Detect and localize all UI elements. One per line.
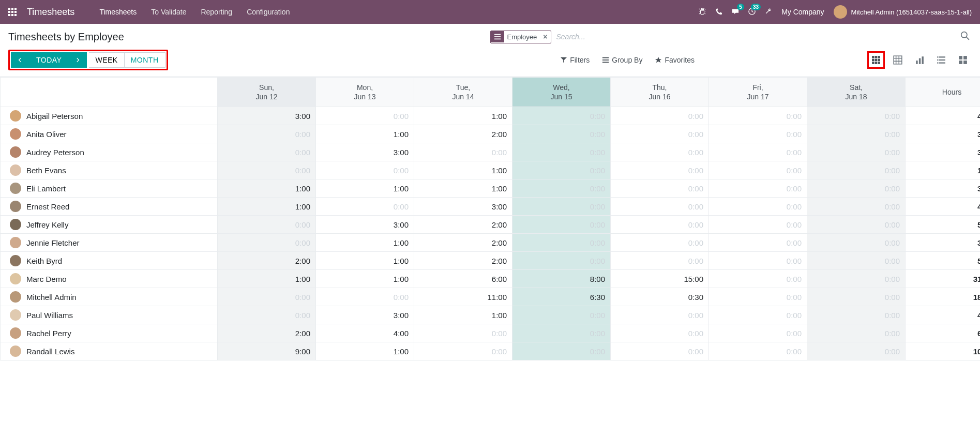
time-cell[interactable]: 0:00	[611, 198, 709, 216]
time-cell[interactable]: 3:00	[316, 306, 414, 324]
nav-reporting[interactable]: Reporting	[201, 8, 232, 16]
time-cell[interactable]: 0:00	[709, 342, 807, 360]
time-cell[interactable]: 0:00	[611, 161, 709, 179]
time-cell[interactable]: 0:00	[709, 161, 807, 179]
time-cell[interactable]: 1:00	[414, 306, 512, 324]
time-cell[interactable]: 2:00	[414, 125, 512, 143]
row-label-cell[interactable]: Mitchell Admin	[1, 288, 218, 306]
view-list-icon[interactable]	[932, 51, 950, 69]
time-cell[interactable]: 0:00	[414, 324, 512, 342]
time-cell[interactable]: 0:00	[709, 125, 807, 143]
time-cell[interactable]: 2:00	[414, 234, 512, 252]
view-grid-icon[interactable]	[867, 51, 885, 69]
scale-month-button[interactable]: MONTH	[125, 52, 165, 68]
time-cell[interactable]: 0:00	[414, 342, 512, 360]
time-cell[interactable]: 0:00	[512, 161, 611, 179]
user-menu[interactable]: Mitchell Admin (16514037-saas-15-1-all)	[834, 5, 972, 19]
time-cell[interactable]: 11:00	[414, 288, 512, 306]
time-cell[interactable]: 0:00	[709, 252, 807, 270]
time-cell[interactable]: 0:00	[709, 324, 807, 342]
time-cell[interactable]: 1:00	[316, 252, 414, 270]
time-cell[interactable]: 0:00	[807, 270, 906, 288]
time-cell[interactable]: 6:30	[512, 288, 611, 306]
row-label-cell[interactable]: Audrey Peterson	[1, 143, 218, 161]
favorites-button[interactable]: Favorites	[655, 56, 695, 64]
time-cell[interactable]: 0:00	[512, 143, 611, 161]
messaging-icon[interactable]: 5	[732, 8, 739, 17]
time-cell[interactable]: 2:00	[414, 216, 512, 234]
time-cell[interactable]: 0:00	[807, 234, 906, 252]
time-cell[interactable]: 1:00	[414, 179, 512, 198]
time-cell[interactable]: 0:00	[316, 198, 414, 216]
time-cell[interactable]: 0:00	[512, 125, 611, 143]
search-input[interactable]	[554, 31, 956, 43]
phone-icon[interactable]	[715, 8, 722, 17]
view-graph-icon[interactable]	[911, 51, 928, 69]
time-cell[interactable]: 0:00	[807, 125, 906, 143]
time-cell[interactable]: 0:00	[709, 306, 807, 324]
time-cell[interactable]: 0:00	[512, 342, 611, 360]
time-cell[interactable]: 0:00	[611, 179, 709, 198]
time-cell[interactable]: 0:00	[218, 288, 316, 306]
time-cell[interactable]: 0:00	[218, 306, 316, 324]
time-cell[interactable]: 1:00	[414, 161, 512, 179]
time-cell[interactable]: 0:00	[807, 179, 906, 198]
row-label-cell[interactable]: Jeffrey Kelly	[1, 216, 218, 234]
time-cell[interactable]: 0:00	[611, 143, 709, 161]
time-cell[interactable]: 1:00	[414, 107, 512, 125]
time-cell[interactable]: 0:00	[218, 161, 316, 179]
next-button[interactable]	[68, 52, 87, 68]
time-cell[interactable]: 0:00	[218, 216, 316, 234]
nav-timesheets[interactable]: Timesheets	[99, 8, 137, 16]
scale-week-button[interactable]: WEEK	[89, 52, 124, 68]
row-label-cell[interactable]: Ernest Reed	[1, 198, 218, 216]
time-cell[interactable]: 0:00	[709, 143, 807, 161]
row-label-cell[interactable]: Randall Lewis	[1, 342, 218, 360]
time-cell[interactable]: 0:00	[611, 306, 709, 324]
time-cell[interactable]: 1:00	[218, 198, 316, 216]
time-cell[interactable]: 0:00	[611, 342, 709, 360]
nav-to-validate[interactable]: To Validate	[151, 8, 186, 16]
row-label-cell[interactable]: Abigail Peterson	[1, 107, 218, 125]
time-cell[interactable]: 0:00	[512, 107, 611, 125]
time-cell[interactable]: 0:00	[611, 252, 709, 270]
time-cell[interactable]: 0:00	[316, 161, 414, 179]
facet-remove-icon[interactable]: ×	[540, 33, 550, 41]
row-label-cell[interactable]: Keith Byrd	[1, 252, 218, 270]
time-cell[interactable]: 3:00	[316, 143, 414, 161]
time-cell[interactable]: 0:00	[218, 234, 316, 252]
time-cell[interactable]: 0:00	[611, 234, 709, 252]
time-cell[interactable]: 1:00	[316, 342, 414, 360]
time-cell[interactable]: 0:00	[512, 198, 611, 216]
time-cell[interactable]: 0:00	[611, 324, 709, 342]
wrench-icon[interactable]	[765, 8, 772, 17]
time-cell[interactable]: 0:00	[512, 216, 611, 234]
time-cell[interactable]: 4:00	[316, 324, 414, 342]
time-cell[interactable]: 0:00	[709, 216, 807, 234]
time-cell[interactable]: 0:00	[512, 179, 611, 198]
time-cell[interactable]: 0:30	[611, 288, 709, 306]
time-cell[interactable]: 0:00	[512, 324, 611, 342]
time-cell[interactable]: 0:00	[807, 107, 906, 125]
nav-configuration[interactable]: Configuration	[247, 8, 290, 16]
app-brand[interactable]: Timesheets	[27, 7, 74, 18]
filters-button[interactable]: Filters	[560, 56, 590, 64]
time-cell[interactable]: 0:00	[611, 216, 709, 234]
time-cell[interactable]: 0:00	[709, 107, 807, 125]
time-cell[interactable]: 0:00	[512, 306, 611, 324]
row-label-cell[interactable]: Beth Evans	[1, 161, 218, 179]
row-label-cell[interactable]: Anita Oliver	[1, 125, 218, 143]
time-cell[interactable]: 0:00	[512, 234, 611, 252]
time-cell[interactable]: 2:00	[218, 324, 316, 342]
time-cell[interactable]: 0:00	[611, 107, 709, 125]
time-cell[interactable]: 3:00	[218, 107, 316, 125]
view-pivot-icon[interactable]	[889, 51, 907, 69]
search-icon[interactable]	[958, 29, 972, 44]
time-cell[interactable]: 0:00	[709, 198, 807, 216]
time-cell[interactable]: 1:00	[316, 179, 414, 198]
time-cell[interactable]: 0:00	[807, 198, 906, 216]
row-label-cell[interactable]: Rachel Perry	[1, 324, 218, 342]
time-cell[interactable]: 0:00	[218, 125, 316, 143]
time-cell[interactable]: 0:00	[807, 216, 906, 234]
time-cell[interactable]: 0:00	[414, 143, 512, 161]
